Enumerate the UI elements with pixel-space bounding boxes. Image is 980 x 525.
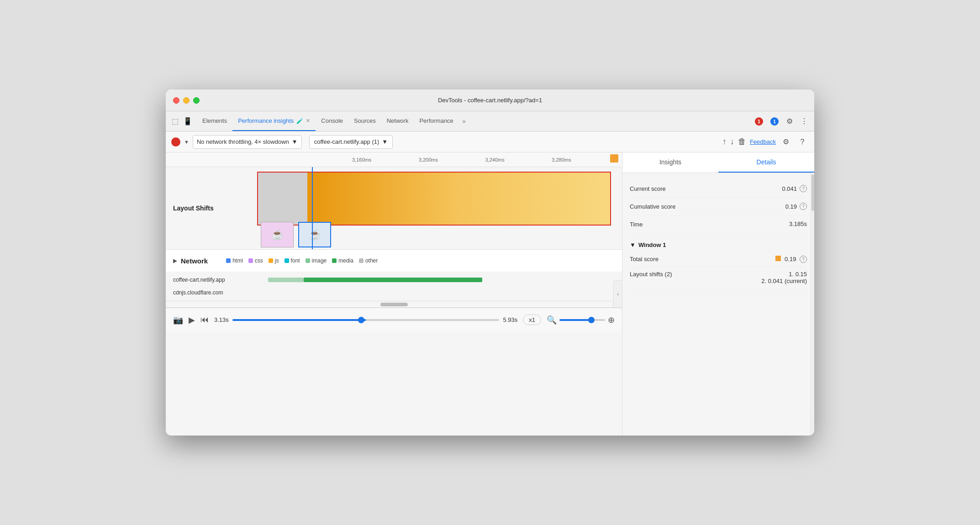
window-section-header[interactable]: ▼ Window 1 bbox=[630, 238, 807, 252]
details-content: Current score 0.041 ? Cumulative score 0… bbox=[622, 173, 814, 296]
upload-icon[interactable]: ↑ bbox=[722, 137, 727, 147]
collapse-panel-button[interactable]: ‹ bbox=[613, 280, 622, 308]
url-select[interactable]: coffee-cart.netlify.app (1) ▼ bbox=[309, 135, 393, 149]
beaker-icon: 🧪 bbox=[296, 118, 303, 124]
toolbar: ▼ No network throttling, 4× slowdown ▼ c… bbox=[166, 131, 814, 152]
horizontal-scrollbar[interactable] bbox=[166, 301, 622, 308]
tabs-container: Elements Performance insights 🧪 ✕ Consol… bbox=[197, 111, 752, 131]
tab-performance[interactable]: Performance bbox=[414, 111, 458, 131]
close-button[interactable] bbox=[173, 97, 179, 104]
left-panel: 3,160ms 3,200ms 3,240ms 3,280ms Layout S… bbox=[166, 152, 622, 436]
total-score-help-icon[interactable]: ? bbox=[800, 256, 807, 263]
error-count: 1 bbox=[755, 117, 763, 126]
network-bar-1-light bbox=[268, 278, 304, 282]
help-icon[interactable]: ? bbox=[796, 136, 809, 148]
throttle-select[interactable]: No network throttling, 4× slowdown ▼ bbox=[193, 135, 302, 149]
current-score-label: Current score bbox=[630, 185, 666, 193]
tab-insights[interactable]: Insights bbox=[622, 152, 718, 173]
orange-indicator bbox=[775, 256, 781, 261]
screenshot-icon[interactable]: 📷 bbox=[173, 315, 183, 325]
time-row: Time 3.185s bbox=[630, 216, 807, 234]
zoom-thumb[interactable] bbox=[588, 317, 595, 323]
thumbnail-1[interactable]: ☕ bbox=[261, 222, 294, 247]
tab-console[interactable]: Console bbox=[316, 111, 348, 131]
speed-control[interactable]: x1 bbox=[523, 315, 541, 325]
html-color-dot bbox=[226, 258, 231, 263]
layout-shifts-row: Layout Shifts bbox=[166, 167, 622, 249]
throttle-chevron-icon: ▼ bbox=[292, 138, 298, 145]
network-row-2[interactable]: cdnjs.cloudflare.com bbox=[166, 286, 622, 299]
total-score-row: Total score 0.19 ? bbox=[630, 252, 807, 268]
download-icon[interactable]: ↓ bbox=[730, 137, 734, 147]
layout-shifts-vis: ☕ ☕ bbox=[257, 167, 611, 249]
tab-performance-insights[interactable]: Performance insights 🧪 ✕ bbox=[232, 111, 316, 131]
scrollbar-thumb[interactable] bbox=[380, 303, 408, 306]
playback-slider[interactable] bbox=[232, 319, 500, 321]
orange-gradient bbox=[307, 173, 610, 225]
url-chevron-icon: ▼ bbox=[382, 138, 388, 145]
more-options-icon[interactable]: ⋮ bbox=[798, 115, 811, 128]
title-bar: DevTools - coffee-cart.netlify.app/?ad=1 bbox=[166, 89, 814, 111]
record-button[interactable] bbox=[171, 137, 180, 147]
right-scrollbar[interactable] bbox=[811, 173, 814, 436]
right-scrollbar-thumb[interactable] bbox=[811, 174, 814, 211]
cumulative-score-help-icon[interactable]: ? bbox=[800, 203, 807, 210]
font-color-dot bbox=[285, 258, 289, 263]
feedback-link[interactable]: Feedback bbox=[750, 138, 776, 145]
network-row-2-label: cdnjs.cloudflare.com bbox=[169, 289, 261, 296]
time-value: 3.185s bbox=[789, 220, 807, 227]
legend-css: css bbox=[248, 257, 263, 264]
zoom-controls: 🔍 ⊕ bbox=[547, 315, 615, 325]
insights-tabs: Insights Details bbox=[622, 152, 814, 173]
thumbnails: ☕ ☕ bbox=[261, 222, 331, 247]
play-icon[interactable]: ▶ bbox=[189, 315, 195, 325]
network-row-1[interactable]: coffee-cart.netlify.app bbox=[166, 273, 622, 286]
minimize-button[interactable] bbox=[183, 97, 190, 104]
blue-marker-line bbox=[312, 167, 313, 249]
zoom-track bbox=[559, 319, 605, 321]
zoom-slider[interactable] bbox=[559, 319, 605, 321]
tab-close-icon[interactable]: ✕ bbox=[306, 118, 310, 124]
zoom-out-icon[interactable]: 🔍 bbox=[547, 315, 557, 325]
tab-bar: ⬚ 📱 Elements Performance insights 🧪 ✕ Co… bbox=[166, 111, 814, 131]
settings-icon[interactable]: ⚙ bbox=[783, 115, 796, 128]
dropdown-chevron[interactable]: ▼ bbox=[184, 139, 189, 145]
current-score-row: Current score 0.041 ? bbox=[630, 180, 807, 198]
network-bar-1-container bbox=[261, 276, 618, 284]
legend-other: other bbox=[359, 257, 378, 264]
gray-area bbox=[258, 173, 307, 225]
other-color-dot bbox=[359, 258, 364, 263]
inspect-icon[interactable]: ⬚ bbox=[169, 116, 180, 127]
tab-elements[interactable]: Elements bbox=[197, 111, 232, 131]
right-panel-wrapper: ‹ Insights Details bbox=[622, 152, 814, 436]
network-bar-1-main bbox=[304, 278, 483, 282]
beginning-icon[interactable]: ⏮ bbox=[200, 315, 209, 325]
zoom-in-icon[interactable]: ⊕ bbox=[608, 315, 615, 325]
network-row-1-label: coffee-cart.netlify.app bbox=[169, 277, 261, 283]
tab-details[interactable]: Details bbox=[718, 152, 814, 173]
css-color-dot bbox=[248, 258, 253, 263]
current-score-value: 0.041 ? bbox=[782, 185, 807, 192]
settings-toolbar-icon[interactable]: ⚙ bbox=[780, 136, 792, 148]
tick-4: 3,280ms bbox=[552, 157, 571, 163]
delete-icon[interactable]: 🗑 bbox=[738, 137, 746, 147]
maximize-button[interactable] bbox=[193, 97, 200, 104]
info-count: 1 bbox=[770, 117, 779, 126]
tabs-overflow-button[interactable]: » bbox=[459, 111, 469, 131]
device-toolbar-icon[interactable]: 📱 bbox=[182, 116, 193, 127]
cumulative-score-label: Cumulative score bbox=[630, 203, 675, 211]
network-header[interactable]: ▶ Network html css bbox=[166, 250, 622, 272]
js-color-dot bbox=[269, 258, 273, 263]
main-content: 3,160ms 3,200ms 3,240ms 3,280ms Layout S… bbox=[166, 152, 814, 436]
tab-network[interactable]: Network bbox=[381, 111, 414, 131]
tab-sources[interactable]: Sources bbox=[348, 111, 381, 131]
time-range: 3.13s 5.93s bbox=[214, 316, 517, 323]
info-badge-button[interactable]: 1 bbox=[768, 116, 781, 126]
error-badge-button[interactable]: 1 bbox=[752, 116, 766, 126]
layout-shifts-detail-row: Layout shifts (2) 1. 0.15 2. 0.041 (curr… bbox=[630, 267, 807, 289]
slider-thumb[interactable] bbox=[358, 317, 364, 323]
thumbnail-2-selected[interactable]: ☕ bbox=[298, 222, 331, 247]
current-score-help-icon[interactable]: ? bbox=[800, 185, 807, 192]
window-title: DevTools - coffee-cart.netlify.app/?ad=1 bbox=[438, 97, 542, 104]
total-score-help[interactable]: ? bbox=[800, 256, 807, 263]
